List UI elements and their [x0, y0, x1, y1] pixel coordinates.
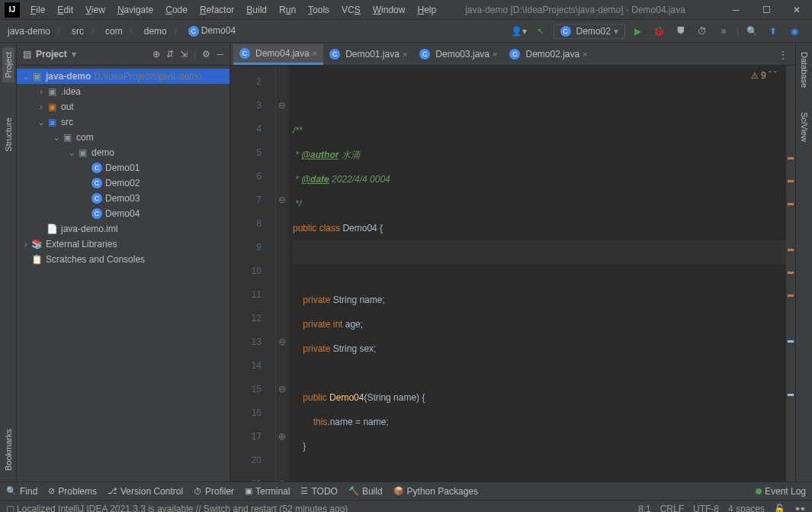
menu-navigate[interactable]: Navigate	[111, 5, 159, 15]
warnings-badge[interactable]: ⚠ 9 ˆ ˇ	[751, 70, 777, 81]
crumb-demo[interactable]: demo	[141, 24, 170, 38]
right-tool-gutter: Database SciView	[795, 43, 812, 481]
app-icon: IJ	[5, 2, 20, 18]
lock-icon[interactable]: 🔓	[774, 504, 785, 513]
tree-com[interactable]: ⌄▣com	[17, 130, 229, 145]
tree-class-demo02[interactable]: CDemo02	[17, 175, 229, 191]
event-log[interactable]: Event Log	[756, 486, 806, 497]
user-icon[interactable]: 👤▾	[511, 23, 528, 40]
marker-bar[interactable]	[786, 66, 795, 481]
maximize-button[interactable]: ☐	[751, 0, 782, 20]
sync-button[interactable]: ⬆	[765, 23, 782, 40]
tree-scratches[interactable]: 📋Scratches and Consoles	[17, 252, 229, 267]
fold-gutter: ⊖ ⊖ ⊖ ⊖ ⊕ ⊕	[276, 66, 288, 481]
bottom-toolbar: 🔍 Find ⊘ Problems ⎇ Version Control ⏱ Pr…	[0, 481, 812, 500]
select-opened-icon[interactable]: ⊕	[152, 49, 160, 60]
tab-structure[interactable]: Structure	[2, 113, 14, 156]
indent[interactable]: 4 spaces	[728, 504, 765, 513]
tab-bookmarks[interactable]: Bookmarks	[2, 424, 14, 475]
menu-run[interactable]: Run	[273, 5, 302, 15]
tool-todo[interactable]: ☰ TODO	[300, 486, 337, 497]
code-editor[interactable]: ⚠ 9 ˆ ˇ 2345678910111213141516172021 ⊖ ⊖…	[230, 66, 795, 481]
navbar: java-demo〉 src〉 com〉 demo〉 CDemo04 👤▾ ↖ …	[0, 20, 812, 43]
tool-problems[interactable]: ⊘ Problems	[48, 486, 97, 497]
left-tool-gutter: Project Structure Bookmarks	[0, 43, 17, 481]
tool-terminal[interactable]: ▣ Terminal	[245, 486, 290, 497]
tree-iml[interactable]: 📄java-demo.iml	[17, 221, 229, 237]
tree-idea[interactable]: ›▣.idea	[17, 84, 229, 99]
menu-file[interactable]: File	[24, 5, 51, 15]
tool-vcs[interactable]: ⎇ Version Control	[108, 486, 183, 497]
tool-find[interactable]: 🔍 Find	[6, 486, 37, 497]
collapse-all-icon[interactable]: ⇲	[180, 49, 188, 60]
project-panel: ▤ Project ▾ ⊕ ⇵ ⇲ | ⚙ ─ ⌄▣ java-demo D:\…	[17, 43, 230, 481]
titlebar: IJ File Edit View Navigate Code Refactor…	[0, 0, 812, 20]
tool-profiler[interactable]: ⏱ Profiler	[194, 486, 234, 497]
editor-area: CDemo04.java× CDemo01.java× CDemo03.java…	[230, 43, 795, 481]
close-icon[interactable]: ×	[493, 50, 497, 59]
panel-title: Project	[36, 49, 67, 60]
code-content[interactable]: /** * @author 水滴 * @date 2022/4/4 0004 *…	[288, 66, 786, 481]
close-icon[interactable]: ×	[313, 49, 317, 58]
crumb-com[interactable]: com	[102, 24, 126, 38]
settings-icon[interactable]: ⚙	[202, 49, 210, 60]
tree-class-demo01[interactable]: CDemo01	[17, 160, 229, 175]
menu-window[interactable]: Window	[367, 5, 412, 15]
run-button[interactable]: ▶	[630, 23, 647, 40]
tab-demo03[interactable]: CDemo03.java×	[413, 45, 503, 65]
project-icon: ▤	[23, 49, 31, 60]
close-icon[interactable]: ×	[403, 50, 407, 59]
hide-icon[interactable]: ─	[217, 49, 223, 60]
minimize-button[interactable]: ─	[721, 0, 751, 20]
tool-python[interactable]: 📦 Python Packages	[393, 486, 478, 497]
tree-external[interactable]: ›📚External Libraries	[17, 237, 229, 252]
crumb-project[interactable]: java-demo	[5, 24, 53, 38]
debug-button[interactable]: 🐞	[651, 23, 668, 40]
back-button[interactable]: ↖	[532, 23, 549, 40]
menu-edit[interactable]: Edit	[51, 5, 79, 15]
editor-tabs: CDemo04.java× CDemo01.java× CDemo03.java…	[230, 43, 795, 66]
tool-build[interactable]: 🔨 Build	[348, 486, 383, 497]
tab-demo02[interactable]: CDemo02.java×	[503, 45, 593, 65]
menu-code[interactable]: Code	[159, 5, 194, 15]
search-button[interactable]: 🔍	[743, 23, 760, 40]
menu-view[interactable]: View	[79, 5, 111, 15]
ide-button[interactable]: ◉	[786, 23, 803, 40]
menu-build[interactable]: Build	[240, 5, 273, 15]
tree-src[interactable]: ⌄▣src	[17, 114, 229, 130]
breadcrumb: java-demo〉 src〉 com〉 demo〉 CDemo04	[5, 24, 511, 38]
tab-menu-icon[interactable]: ⋮	[771, 45, 795, 65]
status-icon[interactable]: ▢	[6, 504, 14, 513]
menu-refactor[interactable]: Refactor	[194, 5, 240, 15]
close-icon[interactable]: ×	[583, 50, 587, 59]
menu-tools[interactable]: Tools	[302, 5, 335, 15]
tab-demo04[interactable]: CDemo04.java×	[233, 44, 323, 65]
project-tree: ⌄▣ java-demo D:\IdeaProjects\java-demo ›…	[17, 66, 229, 270]
line-ending[interactable]: CRLF	[660, 504, 684, 513]
tab-project[interactable]: Project	[2, 47, 14, 82]
tree-demo[interactable]: ⌄▣demo	[17, 145, 229, 160]
expand-all-icon[interactable]: ⇵	[166, 49, 174, 60]
tab-demo01[interactable]: CDemo01.java×	[323, 45, 413, 65]
run-config-selector[interactable]: C Demo02 ▾	[554, 24, 625, 39]
crumb-src[interactable]: src	[69, 24, 87, 38]
status-message[interactable]: Localized IntelliJ IDEA 2021.3.3 is avai…	[17, 504, 348, 513]
caret-position[interactable]: 8:1	[638, 504, 651, 513]
tab-database[interactable]: Database	[798, 47, 810, 92]
reader-icon[interactable]: 👓	[794, 504, 806, 513]
close-button[interactable]: ✕	[782, 0, 812, 20]
tree-root[interactable]: ⌄▣ java-demo D:\IdeaProjects\java-demo	[17, 69, 229, 84]
coverage-button[interactable]: ⛊	[672, 23, 689, 40]
stop-button[interactable]: ■	[715, 23, 732, 40]
tab-sciview[interactable]: SciView	[798, 108, 810, 147]
menu-help[interactable]: Help	[411, 5, 442, 15]
tree-class-demo04[interactable]: CDemo04	[17, 206, 229, 221]
profile-button[interactable]: ⏱	[694, 23, 711, 40]
menu-vcs[interactable]: VCS	[335, 5, 367, 15]
line-gutter: 2345678910111213141516172021	[230, 66, 276, 481]
crumb-class[interactable]: CDemo04	[185, 24, 239, 38]
window-title: java-demo [D:\IdeaProjects\java-demo] - …	[442, 5, 721, 15]
tree-out[interactable]: ›▣out	[17, 99, 229, 114]
tree-class-demo03[interactable]: CDemo03	[17, 191, 229, 206]
encoding[interactable]: UTF-8	[693, 504, 719, 513]
